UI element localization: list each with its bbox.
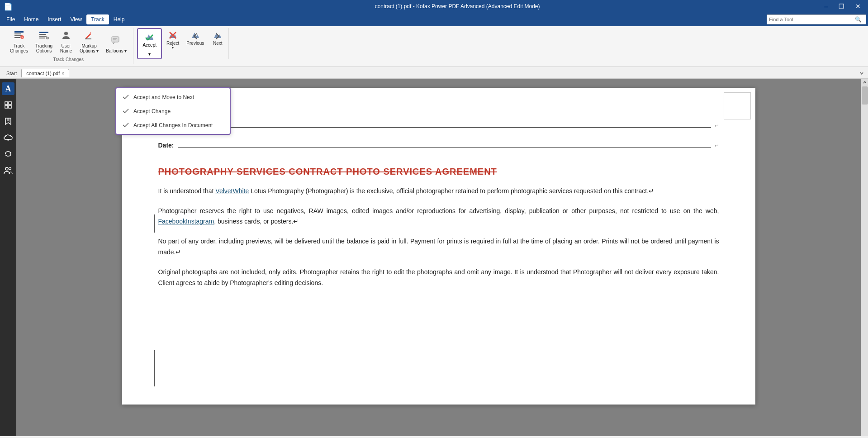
sidebar-icon-refresh[interactable]	[2, 148, 14, 160]
scroll-thumb[interactable]	[862, 86, 868, 105]
window-controls: – ❐ ✕	[821, 2, 864, 11]
tab-arrow-icon	[859, 71, 864, 76]
client-name-underline	[200, 119, 711, 128]
close-button[interactable]: ✕	[852, 2, 864, 11]
accept-dropdown-arrow[interactable]: ▾	[145, 51, 154, 57]
find-tool-input[interactable]	[769, 17, 855, 22]
reject-button[interactable]: Reject ▾	[164, 28, 182, 52]
sidebar-icon-people[interactable]	[2, 164, 14, 176]
accept-separator	[139, 50, 160, 50]
ribbon-group-track-changes: ✓ TrackChanges TrackingOptions Us	[4, 28, 133, 64]
refresh-icon	[4, 150, 12, 158]
markup-options-label: MarkupOptions ▾	[80, 43, 99, 53]
accept-main-button[interactable]: Accept	[139, 30, 160, 49]
tab-scroll-arrow[interactable]	[857, 71, 866, 76]
tab-start[interactable]: Start	[2, 69, 21, 77]
tracking-options-icon	[38, 30, 49, 43]
reject-arrow: ▾	[172, 46, 174, 50]
left-border-mark-1	[154, 214, 155, 233]
svg-rect-24	[5, 105, 8, 108]
sidebar-icon-pages[interactable]	[2, 99, 14, 111]
accept-all-item[interactable]: Accept All Changes In Document	[116, 118, 230, 132]
menu-help[interactable]: Help	[109, 14, 129, 24]
user-name-button[interactable]: UserName	[57, 28, 75, 55]
doc-corner-mark	[724, 92, 751, 119]
svg-point-29	[5, 167, 8, 170]
svg-marker-17	[113, 42, 114, 44]
sidebar-icon-cloud[interactable]	[2, 131, 14, 144]
next-icon	[212, 30, 223, 41]
title-bar: 📄 contract (1).pdf - Kofax Power PDF Adv…	[0, 0, 868, 13]
accept-reject-buttons: Accept ▾ Reject ▾	[137, 28, 227, 59]
left-sidebar: A	[0, 79, 16, 436]
menu-home[interactable]: Home	[19, 14, 43, 24]
ribbon-groups: ✓ TrackChanges TrackingOptions Us	[4, 28, 864, 64]
accept-change-label: Accept Change	[133, 108, 171, 114]
track-changes-icon: ✓	[14, 30, 24, 43]
markup-options-icon	[84, 30, 95, 43]
accept-reject-group: Accept ▾ Reject ▾	[135, 28, 229, 59]
window-title: contract (1).pdf - Kofax Power PDF Advan…	[94, 3, 821, 10]
velvet-white-link[interactable]: VelvetWhite	[215, 187, 249, 195]
sidebar-icon-text[interactable]: A	[2, 82, 14, 95]
markup-options-button[interactable]: MarkupOptions ▾	[77, 28, 101, 55]
balloons-button[interactable]: Balloons ▾	[103, 33, 129, 55]
reject-icon	[167, 30, 178, 41]
find-tool-container: 🔍	[767, 14, 866, 24]
doc-paragraph-4: Original photographs are not included, o…	[158, 267, 719, 289]
svg-rect-16	[112, 37, 119, 42]
date-label: Date:	[158, 140, 174, 150]
svg-rect-3	[14, 37, 20, 38]
accept-move-next-icon	[122, 93, 130, 101]
doc-paragraph-3: No part of any order, including previews…	[158, 236, 719, 258]
tracking-options-button[interactable]: TrackingOptions	[33, 28, 55, 55]
track-changes-button[interactable]: ✓ TrackChanges	[7, 28, 31, 55]
active-tab-label: contract (1).pdf	[26, 71, 60, 76]
accept-change-item[interactable]: Accept Change	[116, 104, 230, 118]
menu-view[interactable]: View	[66, 14, 86, 24]
date-return: ↵	[715, 142, 719, 150]
right-sidebar	[861, 79, 868, 436]
tab-bar: Start contract (1).pdf ×	[0, 67, 868, 79]
date-underline	[178, 139, 711, 148]
bookmark-icon	[4, 117, 12, 125]
accept-all-icon	[122, 121, 130, 129]
menu-file[interactable]: File	[2, 14, 19, 24]
next-button[interactable]: Next	[209, 28, 227, 48]
track-changes-label: TrackChanges	[10, 43, 28, 53]
previous-button[interactable]: Previous	[184, 28, 207, 48]
cloud-icon	[4, 134, 13, 141]
doc-paragraph-1: It is understood that VelvetWhite Lotus …	[158, 186, 719, 197]
minimize-button[interactable]: –	[821, 2, 831, 11]
svg-rect-0	[14, 31, 24, 33]
svg-rect-2	[14, 35, 22, 36]
menu-track[interactable]: Track	[86, 14, 109, 24]
accept-all-label: Accept All Changes In Document	[133, 122, 213, 129]
tab-close-button[interactable]: ×	[62, 71, 64, 76]
document-page: Client Name: ↵ Date: ↵ PHOTOGRAPHY SERVI…	[122, 88, 755, 405]
accept-group: Accept ▾	[137, 28, 162, 59]
tracking-options-label: TrackingOptions	[35, 43, 52, 53]
accept-move-next-item[interactable]: Accept and Move to Next	[116, 90, 230, 104]
accept-icon	[144, 32, 155, 43]
svg-rect-22	[5, 102, 8, 105]
facebook-instagram-link[interactable]: FacebookInstagram	[158, 218, 214, 225]
track-changes-buttons: ✓ TrackChanges TrackingOptions Us	[7, 28, 129, 55]
svg-rect-1	[14, 33, 21, 34]
reject-label: Reject	[166, 41, 179, 46]
active-tab[interactable]: contract (1).pdf ×	[21, 69, 69, 77]
ribbon: ✓ TrackChanges TrackingOptions Us	[0, 26, 868, 67]
search-icon: 🔍	[855, 16, 862, 23]
sidebar-icon-bookmark[interactable]	[2, 115, 14, 128]
accept-dropdown-menu: Accept and Move to Next Accept Change Ac…	[115, 87, 231, 135]
svg-text:✓: ✓	[21, 36, 24, 39]
previous-label: Previous	[186, 41, 204, 46]
svg-point-30	[9, 167, 11, 170]
menu-insert[interactable]: Insert	[43, 14, 66, 24]
svg-rect-9	[39, 38, 45, 38]
reject-label-container: Reject ▾	[166, 41, 179, 50]
accept-change-icon	[122, 107, 130, 115]
scroll-up-button[interactable]	[861, 79, 868, 86]
accept-label: Accept	[142, 43, 157, 48]
restore-button[interactable]: ❐	[835, 2, 848, 11]
